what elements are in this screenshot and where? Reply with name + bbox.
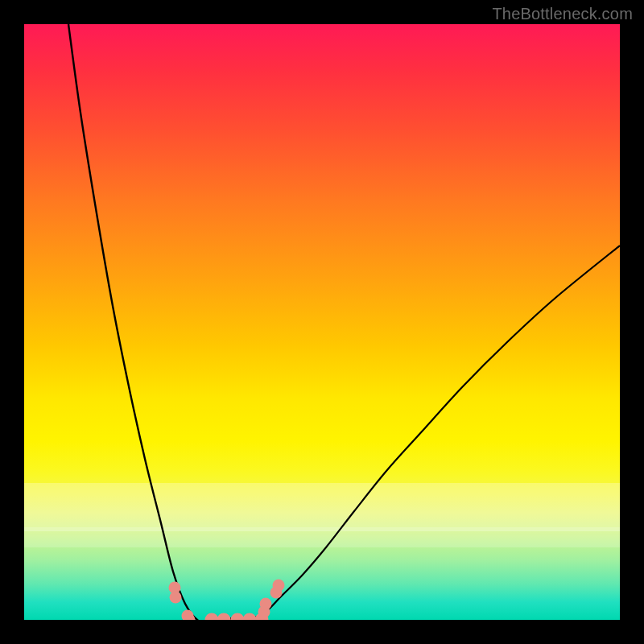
- data-marks: [169, 580, 285, 621]
- watermark: TheBottleneck.com: [492, 5, 633, 23]
- data-mark: [170, 592, 182, 604]
- data-mark: [243, 613, 257, 621]
- curves-svg: [24, 24, 620, 620]
- data-mark: [273, 580, 285, 592]
- data-mark: [260, 598, 272, 610]
- left-curve: [68, 24, 233, 620]
- data-mark: [205, 613, 219, 621]
- plot-frame: [24, 24, 620, 620]
- right-curve: [250, 246, 620, 620]
- data-mark: [231, 613, 245, 621]
- data-mark: [217, 613, 231, 621]
